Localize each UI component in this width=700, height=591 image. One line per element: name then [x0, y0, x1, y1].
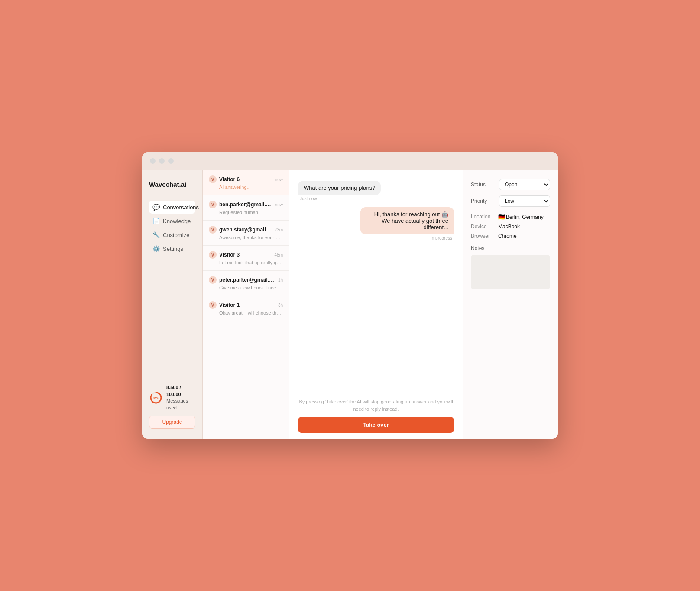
takeover-button[interactable]: Take over	[298, 417, 454, 433]
sidebar-label-knowledge: Knowledge	[163, 218, 191, 224]
priority-field-row: Priority Low Medium High	[471, 195, 550, 207]
sidebar-label-customize: Customize	[163, 232, 189, 238]
traffic-light-minimize[interactable]	[159, 158, 165, 164]
browser-value: Chrome	[498, 233, 517, 239]
conv-preview-visitor3: Let me look that up really quick.	[209, 260, 283, 265]
conv-preview-visitor1: Okay great, I will choose the...	[209, 310, 283, 315]
knowledge-icon: 📄	[152, 218, 159, 224]
conv-item-visitor6[interactable]: V Visitor 6 now AI answering...	[203, 170, 289, 195]
avatar-gwen: V	[209, 226, 217, 234]
avatar-visitor3: V	[209, 251, 217, 259]
meta-visitor-1: Just now	[298, 196, 381, 201]
priority-select[interactable]: Low Medium High	[499, 195, 550, 207]
avatar-visitor1: V	[209, 301, 217, 309]
priority-label: Priority	[471, 198, 495, 204]
conv-name-visitor6: Visitor 6	[219, 176, 272, 182]
app-window: Wavechat.ai 💬 Conversations 📄 Knowledge …	[142, 152, 558, 439]
bubble-agent-1: Hi, thanks for reaching out 🤖We have act…	[360, 207, 454, 234]
conv-preview-ben: Requested human	[209, 210, 283, 215]
conv-name-gwen: gwen.stacy@gmail.com	[219, 227, 272, 233]
conv-item-peter[interactable]: V peter.parker@gmail.com 1h Give me a fe…	[203, 271, 289, 296]
conv-time-ben: now	[275, 202, 283, 207]
sidebar-item-knowledge[interactable]: 📄 Knowledge	[149, 214, 195, 227]
traffic-light-close[interactable]	[150, 158, 156, 164]
sidebar: Wavechat.ai 💬 Conversations 📄 Knowledge …	[142, 170, 203, 439]
upgrade-button[interactable]: Upgrade	[149, 416, 195, 429]
usage-row: 85% 8.500 / 10.000 Messages used	[149, 384, 195, 411]
app-layout: Wavechat.ai 💬 Conversations 📄 Knowledge …	[142, 170, 558, 439]
status-field-row: Status Open Closed Pending	[471, 179, 550, 190]
right-panel: Status Open Closed Pending Priority Low …	[463, 170, 558, 439]
title-bar	[142, 152, 558, 170]
conv-name-peter: peter.parker@gmail.com	[219, 277, 275, 283]
message-agent-1: Hi, thanks for reaching out 🤖We have act…	[360, 207, 454, 240]
notes-textarea[interactable]	[471, 255, 550, 289]
avatar-visitor6: V	[209, 175, 217, 183]
device-key: Device	[471, 224, 495, 230]
location-row: Location 🇩🇪Berlin, Germany	[471, 214, 550, 220]
sidebar-nav: 💬 Conversations 📄 Knowledge 🔧 Customize …	[149, 201, 195, 256]
device-row: Device MacBook	[471, 224, 550, 230]
settings-icon: ⚙️	[152, 245, 159, 252]
conv-preview-gwen: Awesome, thanks for your help.	[209, 235, 283, 240]
conv-name-visitor1: Visitor 1	[219, 302, 275, 308]
location-key: Location	[471, 214, 495, 220]
chat-messages: What are your pricing plans? Just now Hi…	[289, 170, 463, 392]
sidebar-item-settings[interactable]: ⚙️ Settings	[149, 242, 195, 255]
conv-time-visitor3: 48m	[275, 253, 283, 257]
sidebar-bottom: 85% 8.500 / 10.000 Messages used Upgrade	[149, 384, 195, 429]
conv-item-visitor1[interactable]: V Visitor 1 3h Okay great, I will choose…	[203, 296, 289, 321]
avatar-ben: V	[209, 201, 217, 208]
sidebar-label-settings: Settings	[163, 246, 183, 252]
info-section: Location 🇩🇪Berlin, Germany Device MacBoo…	[471, 214, 550, 239]
conv-preview-visitor6: AI answering...	[209, 185, 283, 190]
meta-agent-1: In progress	[360, 236, 454, 240]
conv-preview-peter: Give me a few hours. I need to...	[209, 285, 283, 290]
bubble-visitor-1: What are your pricing plans?	[298, 181, 381, 195]
logo: Wavechat.ai	[149, 181, 195, 188]
conv-name-ben: ben.parker@gmail.com	[219, 201, 272, 208]
chat-area: What are your pricing plans? Just now Hi…	[289, 170, 463, 439]
message-visitor-1: What are your pricing plans? Just now	[298, 181, 381, 201]
usage-percent: 85%	[153, 396, 159, 399]
device-value: MacBook	[498, 224, 520, 230]
browser-row: Browser Chrome	[471, 233, 550, 239]
conv-time-visitor1: 3h	[278, 303, 283, 308]
traffic-light-maximize[interactable]	[168, 158, 174, 164]
conv-name-visitor3: Visitor 3	[219, 252, 272, 258]
chat-footer: By pressing 'Take over' the AI will stop…	[289, 392, 463, 439]
location-value: 🇩🇪Berlin, Germany	[498, 214, 544, 220]
sidebar-item-conversations[interactable]: 💬 Conversations	[149, 201, 195, 214]
customize-icon: 🔧	[152, 231, 159, 238]
browser-key: Browser	[471, 233, 495, 239]
sidebar-item-customize[interactable]: 🔧 Customize	[149, 228, 195, 241]
location-flag: 🇩🇪	[498, 214, 505, 220]
avatar-peter: V	[209, 276, 217, 284]
usage-numbers: 8.500 / 10.000	[166, 384, 195, 398]
takeover-hint: By pressing 'Take over' the AI will stop…	[298, 398, 454, 412]
status-label: Status	[471, 182, 495, 188]
sidebar-label-conversations: Conversations	[163, 204, 199, 211]
conv-time-gwen: 23m	[275, 227, 283, 232]
usage-text: 8.500 / 10.000 Messages used	[166, 384, 195, 411]
conv-time-visitor6: now	[275, 177, 283, 182]
conversations-panel: V Visitor 6 now AI answering... V ben.pa…	[203, 170, 289, 439]
notes-label: Notes	[471, 245, 550, 251]
usage-ring: 85%	[149, 391, 163, 405]
conv-item-gwen[interactable]: V gwen.stacy@gmail.com 23m Awesome, than…	[203, 221, 289, 246]
conv-time-peter: 1h	[278, 278, 283, 283]
conv-item-visitor3[interactable]: V Visitor 3 48m Let me look that up real…	[203, 246, 289, 271]
conv-item-ben[interactable]: V ben.parker@gmail.com now Requested hum…	[203, 195, 289, 221]
status-select[interactable]: Open Closed Pending	[499, 179, 550, 190]
conversations-icon: 💬	[152, 204, 159, 211]
